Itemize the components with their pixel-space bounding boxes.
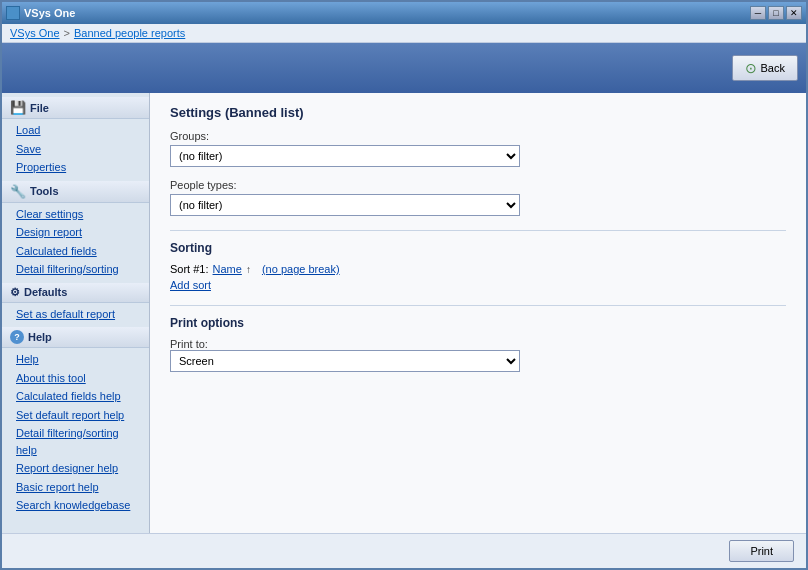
sidebar-section-help: ? Help Help About this tool Calculated f… — [2, 327, 149, 517]
sort-page-break-link[interactable]: (no page break) — [262, 263, 340, 275]
back-arrow-icon: ⊙ — [745, 60, 757, 76]
back-button[interactable]: ⊙ Back — [732, 55, 798, 81]
sidebar-header-tools: 🔧 Tools — [2, 181, 149, 203]
sidebar-help-label: Help — [28, 331, 52, 343]
sorting-divider — [170, 230, 786, 231]
sidebar-link-set-default[interactable]: Set as default report — [2, 305, 149, 324]
people-types-label: People types: — [170, 179, 786, 191]
sidebar-link-about[interactable]: About this tool — [2, 369, 149, 388]
wrench-icon: 🔧 — [10, 184, 26, 199]
sidebar-help-links: Help About this tool Calculated fields h… — [2, 348, 149, 517]
people-types-dropdown-row: (no filter) — [170, 194, 786, 216]
sidebar-file-label: File — [30, 102, 49, 114]
print-options-title: Print options — [170, 316, 786, 330]
window-title: VSys One — [24, 7, 75, 19]
sidebar-link-help[interactable]: Help — [2, 350, 149, 369]
sorting-title: Sorting — [170, 241, 786, 255]
sidebar-link-calculated-fields[interactable]: Calculated fields — [2, 242, 149, 261]
main-content: 💾 File Load Save Properties 🔧 Tools Clea… — [2, 93, 806, 533]
sidebar-link-save[interactable]: Save — [2, 140, 149, 159]
print-to-label: Print to: — [170, 338, 208, 350]
sidebar-link-basic-report-help[interactable]: Basic report help — [2, 478, 149, 497]
print-to-select[interactable]: Screen Printer PDF — [170, 350, 520, 372]
breadcrumb-bar: VSys One > Banned people reports — [2, 24, 806, 43]
breadcrumb-home[interactable]: VSys One — [10, 27, 60, 39]
sort-extra-space — [255, 263, 258, 275]
sort-label: Sort #1: — [170, 263, 209, 275]
people-types-select[interactable]: (no filter) — [170, 194, 520, 216]
sidebar-link-clear-settings[interactable]: Clear settings — [2, 205, 149, 224]
sidebar-tools-links: Clear settings Design report Calculated … — [2, 203, 149, 281]
sidebar-defaults-links: Set as default report — [2, 303, 149, 326]
sidebar-link-calc-fields-help[interactable]: Calculated fields help — [2, 387, 149, 406]
add-sort-link[interactable]: Add sort — [170, 279, 211, 291]
sidebar-link-design-report[interactable]: Design report — [2, 223, 149, 242]
title-bar: VSys One ─ □ ✕ — [2, 2, 806, 24]
logo-pattern — [2, 43, 662, 93]
sidebar-link-set-default-help[interactable]: Set default report help — [2, 406, 149, 425]
sidebar-link-load[interactable]: Load — [2, 121, 149, 140]
groups-dropdown-row: (no filter) — [170, 145, 786, 167]
app-icon — [6, 6, 20, 20]
sidebar-file-links: Load Save Properties — [2, 119, 149, 179]
sidebar-defaults-label: Defaults — [24, 286, 67, 298]
header-logo: ⊙ Back — [2, 43, 806, 93]
sidebar-link-report-designer-help[interactable]: Report designer help — [2, 459, 149, 478]
maximize-button[interactable]: □ — [768, 6, 784, 20]
settings-title: Settings (Banned list) — [170, 105, 786, 120]
sidebar-header-defaults: ⚙ Defaults — [2, 283, 149, 303]
minimize-button[interactable]: ─ — [750, 6, 766, 20]
sidebar-header-help: ? Help — [2, 327, 149, 348]
print-options-divider — [170, 305, 786, 306]
svg-rect-0 — [12, 43, 662, 93]
sidebar-link-detail-filtering[interactable]: Detail filtering/sorting — [2, 260, 149, 279]
print-to-field-group: Print to: Screen Printer PDF — [170, 338, 786, 372]
title-bar-left: VSys One — [6, 6, 75, 20]
sidebar-section-defaults: ⚙ Defaults Set as default report — [2, 283, 149, 326]
add-sort-row: Add sort — [170, 279, 786, 291]
breadcrumb-separator: > — [64, 27, 70, 39]
breadcrumb-current[interactable]: Banned people reports — [74, 27, 185, 39]
groups-field-group: Groups: (no filter) — [170, 130, 786, 167]
sort-row-1: Sort #1: Name ↑ (no page break) — [170, 263, 786, 275]
sidebar-tools-label: Tools — [30, 185, 59, 197]
close-button[interactable]: ✕ — [786, 6, 802, 20]
sidebar-link-properties[interactable]: Properties — [2, 158, 149, 177]
defaults-icon: ⚙ — [10, 286, 20, 299]
chevron-pattern-svg — [12, 43, 662, 93]
groups-select[interactable]: (no filter) — [170, 145, 520, 167]
sort-direction-icon: ↑ — [246, 264, 251, 275]
back-button-label: Back — [761, 62, 785, 74]
sidebar-link-search[interactable]: Search knowledgebase — [2, 496, 149, 515]
sidebar: 💾 File Load Save Properties 🔧 Tools Clea… — [2, 93, 150, 533]
print-to-dropdown-row: Screen Printer PDF — [170, 350, 786, 372]
people-types-field-group: People types: (no filter) — [170, 179, 786, 216]
help-circle-icon: ? — [10, 330, 24, 344]
main-window: VSys One ─ □ ✕ VSys One > Banned people … — [0, 0, 808, 570]
title-bar-controls: ─ □ ✕ — [750, 6, 802, 20]
sidebar-header-file: 💾 File — [2, 97, 149, 119]
sidebar-section-tools: 🔧 Tools Clear settings Design report Cal… — [2, 181, 149, 281]
print-button[interactable]: Print — [729, 540, 794, 562]
floppy-icon: 💾 — [10, 100, 26, 115]
right-panel: Settings (Banned list) Groups: (no filte… — [150, 93, 806, 533]
bottom-bar: Print — [2, 533, 806, 568]
sidebar-section-file: 💾 File Load Save Properties — [2, 97, 149, 179]
sidebar-link-detail-filter-help[interactable]: Detail filtering/sorting help — [2, 424, 149, 459]
groups-label: Groups: — [170, 130, 786, 142]
sort-field-link[interactable]: Name — [213, 263, 242, 275]
